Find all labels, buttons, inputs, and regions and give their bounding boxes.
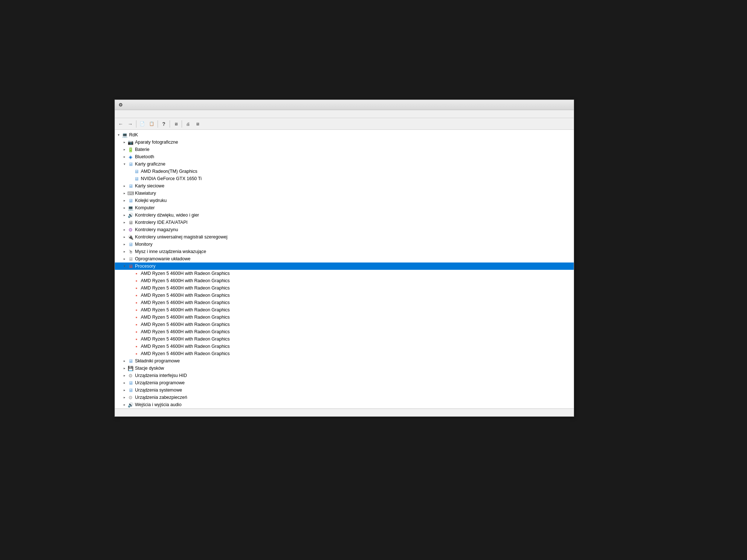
monitor-button[interactable]: 🖥 <box>193 120 202 128</box>
tree-item-stacje[interactable]: ▸💾Stacje dysków <box>115 365 574 372</box>
tree-item-kontrolery-dzw[interactable]: ▸🔊Kontrolery dźwięku, wideo i gier <box>115 211 574 219</box>
expand-btn-stacje[interactable]: ▸ <box>121 365 127 371</box>
item-label-bluetooth: Bluetooth <box>135 154 154 159</box>
item-label-baterie: Baterie <box>135 147 150 152</box>
properties-button[interactable]: 🖥 <box>171 120 180 128</box>
item-icon-cpu10: ▪ <box>133 336 140 342</box>
item-label-kontrolery-dzw: Kontrolery dźwięku, wideo i gier <box>135 213 199 218</box>
item-label-cpu2: AMD Ryzen 5 4600H with Radeon Graphics <box>141 278 230 283</box>
tree-item-mysz[interactable]: ▸🖱Mysz i inne urządzenia wskazujące <box>115 248 574 255</box>
expand-btn-hid[interactable]: ▸ <box>121 373 127 378</box>
item-icon-cpu8: ▪ <box>133 321 140 328</box>
page-button[interactable]: 📄 <box>138 120 147 128</box>
tree-item-cpu6[interactable]: ▪AMD Ryzen 5 4600H with Radeon Graphics <box>115 306 574 314</box>
separator-3 <box>170 120 170 128</box>
expand-btn-baterie[interactable]: ▸ <box>121 147 127 152</box>
expand-btn-karty-siec[interactable]: ▸ <box>121 183 127 189</box>
tree-item-sys-dev[interactable]: ▸🖥Urządzenia systemowe <box>115 386 574 394</box>
item-icon-kontrolery-ide: 🖥 <box>127 219 134 226</box>
tree-item-bluetooth[interactable]: ▸◈Bluetooth <box>115 153 574 160</box>
separator-2 <box>158 120 158 128</box>
item-label-monitory: Monitory <box>135 242 152 247</box>
expand-btn-oprogramowanie[interactable]: ▸ <box>121 256 127 262</box>
tree-item-karty-siec[interactable]: ▸🖥Karty sieciowe <box>115 182 574 190</box>
tree-item-cpu2[interactable]: ▪AMD Ryzen 5 4600H with Radeon Graphics <box>115 277 574 284</box>
tree-item-prog-dev[interactable]: ▸🖥Urządzenia programowe <box>115 379 574 386</box>
expand-btn-komputer[interactable]: ▸ <box>121 205 127 211</box>
expand-btn-klawiatury[interactable]: ▸ <box>121 190 127 196</box>
expand-btn-mysz[interactable]: ▸ <box>121 249 127 254</box>
tree-item-karty-graf[interactable]: ▾🖥Karty graficzne <box>115 160 574 168</box>
tree-item-hid[interactable]: ▸⚙Urządzenia interfejsu HID <box>115 372 574 379</box>
print-button[interactable]: 🖨 <box>183 120 192 128</box>
tree-item-amd-gpu[interactable]: 🖥AMD Radeon(TM) Graphics <box>115 168 574 175</box>
tree-item-monitory[interactable]: ▸🖥Monitory <box>115 241 574 248</box>
item-icon-hid: ⚙ <box>127 372 134 379</box>
back-button[interactable]: ← <box>116 120 125 128</box>
item-icon-karty-siec: 🖥 <box>127 183 134 189</box>
expand-btn-root[interactable]: ▾ <box>116 132 121 138</box>
expand-btn-monitory[interactable]: ▸ <box>121 241 127 247</box>
item-icon-amd-gpu: 🖥 <box>133 168 140 175</box>
expand-btn-prog-dev[interactable]: ▸ <box>121 380 127 386</box>
expand-btn-skladniki[interactable]: ▸ <box>121 358 127 364</box>
tree-item-zabezpieczenia[interactable]: ▸⚙Urządzenia zabezpieczeń <box>115 394 574 401</box>
tree-item-cpu3[interactable]: ▪AMD Ryzen 5 4600H with Radeon Graphics <box>115 284 574 292</box>
expand-btn-kontrolery-ide[interactable]: ▸ <box>121 219 127 225</box>
tree-item-cpu12[interactable]: ▪AMD Ryzen 5 4600H with Radeon Graphics <box>115 350 574 357</box>
tree-item-kontrolery-usb[interactable]: ▸🔌Kontrolery uniwersalnej magistrali sze… <box>115 233 574 241</box>
device-manager-window: ⚙ ← → 📄 📋 ? 🖥 🖨 🖥 ▾💻RdK▸📷Aparaty fotogra… <box>115 100 574 417</box>
item-label-mysz: Mysz i inne urządzenia wskazujące <box>135 249 206 254</box>
tree-item-root[interactable]: ▾💻RdK <box>115 131 574 139</box>
tree-item-skladniki[interactable]: ▸🖥Składniki programowe <box>115 357 574 365</box>
help-button[interactable]: ? <box>159 120 168 128</box>
menu-widok[interactable] <box>129 113 135 115</box>
tree-item-cpu9[interactable]: ▪AMD Ryzen 5 4600H with Radeon Graphics <box>115 328 574 335</box>
tree-item-cpu1[interactable]: ▪AMD Ryzen 5 4600H with Radeon Graphics <box>115 270 574 277</box>
expand-btn-kontrolery-usb[interactable]: ▸ <box>121 234 127 240</box>
expand-btn-bluetooth[interactable]: ▸ <box>121 154 127 160</box>
tree-item-baterie[interactable]: ▸🔋Baterie <box>115 146 574 153</box>
tree-item-procesory[interactable]: ▾🖥Procesory <box>115 262 574 270</box>
item-icon-cpu4: ▪ <box>133 292 140 299</box>
item-label-klawiatury: Klawiatury <box>135 191 156 196</box>
menu-plik[interactable] <box>116 113 122 115</box>
tree-item-oprogramowanie[interactable]: ▸🖥Oprogramowanie układowe <box>115 255 574 262</box>
item-label-nvidia-gpu: NVIDIA GeForce GTX 1650 Ti <box>141 176 202 181</box>
expand-btn-zabezpieczenia[interactable]: ▸ <box>121 394 127 400</box>
item-icon-kontrolery-dzw: 🔊 <box>127 212 134 218</box>
forward-button[interactable]: → <box>126 120 135 128</box>
item-label-hid: Urządzenia interfejsu HID <box>135 373 187 378</box>
item-icon-cpu2: ▪ <box>133 277 140 284</box>
item-label-procesory: Procesory <box>135 264 155 269</box>
tree-item-audio-io[interactable]: ▸🔊Wejścia i wyjścia audio <box>115 401 574 408</box>
tree-item-klawiatury[interactable]: ▸⌨Klawiatury <box>115 190 574 197</box>
tree-item-cpu10[interactable]: ▪AMD Ryzen 5 4600H with Radeon Graphics <box>115 335 574 343</box>
tree-item-komputer[interactable]: ▸💻Komputer <box>115 204 574 211</box>
expand-btn-kontrolery-dzw[interactable]: ▸ <box>121 212 127 218</box>
tree-item-nvidia-gpu[interactable]: 🖥NVIDIA GeForce GTX 1650 Ti <box>115 175 574 182</box>
menu-akcja[interactable] <box>123 113 129 115</box>
tree-item-cpu5[interactable]: ▪AMD Ryzen 5 4600H with Radeon Graphics <box>115 299 574 306</box>
tree-item-kontrolery-mag[interactable]: ▸⚙Kontrolery magazynu <box>115 226 574 233</box>
item-label-kontrolery-mag: Kontrolery magazynu <box>135 227 178 232</box>
expand-btn-procesory[interactable]: ▾ <box>121 263 127 269</box>
menu-pomoc[interactable] <box>136 113 142 115</box>
tree-item-aparaty[interactable]: ▸📷Aparaty fotograficzne <box>115 139 574 146</box>
expand-btn-kontrolery-mag[interactable]: ▸ <box>121 227 127 233</box>
expand-btn-audio-io[interactable]: ▸ <box>121 402 127 408</box>
item-icon-nvidia-gpu: 🖥 <box>133 175 140 182</box>
expand-btn-aparaty[interactable]: ▸ <box>121 139 127 145</box>
expand-btn-kolejki[interactable]: ▸ <box>121 198 127 203</box>
tree-item-cpu11[interactable]: ▪AMD Ryzen 5 4600H with Radeon Graphics <box>115 343 574 350</box>
expand-btn-karty-graf[interactable]: ▾ <box>121 161 127 167</box>
tree-item-cpu8[interactable]: ▪AMD Ryzen 5 4600H with Radeon Graphics <box>115 321 574 328</box>
expand-btn-sys-dev[interactable]: ▸ <box>121 387 127 393</box>
page2-button[interactable]: 📋 <box>147 120 156 128</box>
item-icon-prog-dev: 🖥 <box>127 380 134 386</box>
tree-item-cpu7[interactable]: ▪AMD Ryzen 5 4600H with Radeon Graphics <box>115 314 574 321</box>
tree-view[interactable]: ▾💻RdK▸📷Aparaty fotograficzne▸🔋Baterie▸◈B… <box>115 130 574 408</box>
tree-item-kontrolery-ide[interactable]: ▸🖥Kontrolery IDE ATA/ATAPI <box>115 219 574 226</box>
tree-item-kolejki[interactable]: ▸🖥Kolejki wydruku <box>115 197 574 204</box>
tree-item-cpu4[interactable]: ▪AMD Ryzen 5 4600H with Radeon Graphics <box>115 292 574 299</box>
